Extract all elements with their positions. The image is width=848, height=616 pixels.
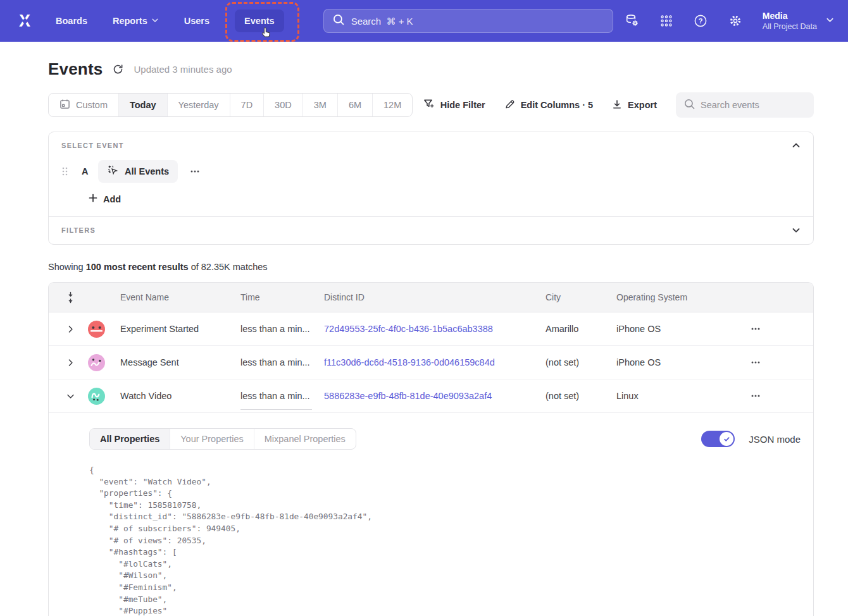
date-range-custom[interactable]: Custom [49,94,118,116]
toggle-check-icon [720,432,733,446]
expand-section-icon[interactable] [792,226,801,235]
row-actions-button[interactable] [735,357,761,367]
event-avatar [88,354,120,371]
last-updated-text: Updated 3 minutes ago [134,64,232,75]
event-avatar [88,388,120,405]
apps-grid-icon[interactable] [659,14,673,28]
collapse-section-icon[interactable] [792,141,801,150]
table-body: Experiment Started less than a min... 72… [49,312,813,413]
global-search[interactable] [323,9,613,33]
chevron-down-icon [826,15,834,27]
table-row[interactable]: Watch Video less than a min... 5886283e-… [49,379,813,413]
table-header-row: Event Name Time Distinct ID City Operati… [49,283,813,312]
search-icon [333,14,344,28]
results-summary: Showing 100 most recent results of 82.35… [48,262,814,272]
project-name: Media [763,10,817,22]
cell-city: (not set) [546,391,616,401]
tab-your-properties[interactable]: Your Properties [170,429,253,449]
cell-event-name: Experiment Started [120,324,240,334]
col-time[interactable]: Time [240,292,324,302]
nav-items: Boards Reports Users Events [56,9,302,32]
nav-item-users[interactable]: Users [184,16,209,26]
row-actions-button[interactable] [735,391,761,401]
expand-row-icon[interactable] [61,325,85,333]
cell-distinct-id[interactable]: f11c30d6-dc6d-4518-9136-0d046159c84d [324,357,546,367]
event-row-letter: A [82,166,90,176]
svg-text:?: ? [698,17,702,25]
nav-item-label: Reports [113,16,147,26]
filters-section[interactable]: FILTERS [49,217,813,244]
mixpanel-logo-icon[interactable]: X [14,10,35,32]
cell-distinct-id[interactable]: 5886283e-e9fb-48fb-81de-40e9093a2af4 [324,391,546,401]
global-search-input[interactable] [351,16,604,27]
sort-icon[interactable] [61,292,85,304]
search-icon [684,99,695,112]
col-city[interactable]: City [546,292,616,302]
cell-distinct-id[interactable]: 72d49553-25fc-4f0c-b436-1b5ac6ab3388 [324,324,546,334]
tab-all-properties[interactable]: All Properties [90,429,170,449]
date-range-yesterday[interactable]: Yesterday [167,94,230,116]
date-range-3m[interactable]: 3M [302,94,337,116]
download-icon [612,99,622,111]
cell-operating-system: Linux [616,391,735,401]
events-table: Event Name Time Distinct ID City Operati… [48,282,814,616]
settings-gear-icon[interactable] [728,13,743,28]
nav-item-label: Users [184,16,209,26]
cell-time: less than a min... [240,357,324,367]
col-operating-system[interactable]: Operating System [616,292,735,302]
date-range-30d[interactable]: 30D [263,94,302,116]
project-switcher[interactable]: Media All Project Data [763,10,834,32]
hide-filter-button[interactable]: Hide Filter [423,99,485,112]
query-builder-card: SELECT EVENT A All Events [48,132,814,245]
json-mode-label: JSON mode [749,434,801,445]
col-distinct-id[interactable]: Distinct ID [324,292,546,302]
edit-columns-button[interactable]: Edit Columns · 5 [504,99,593,111]
collapse-row-icon[interactable] [61,392,85,400]
drag-handle-icon[interactable] [61,166,68,176]
properties-tabs: All Properties Your Properties Mixpanel … [89,428,356,450]
select-event-label: SELECT EVENT [61,142,124,149]
date-range-6m[interactable]: 6M [337,94,372,116]
nav-item-reports[interactable]: Reports [113,16,159,26]
col-event-name[interactable]: Event Name [120,292,240,302]
cell-operating-system: iPhone OS [616,357,735,367]
data-management-icon[interactable] [625,13,640,28]
filters-label: FILTERS [61,226,96,234]
date-range-12m[interactable]: 12M [372,94,412,116]
cursor-pointer-icon [259,26,274,40]
nav-item-boards[interactable]: Boards [56,16,87,26]
cell-event-name: Watch Video [120,391,240,401]
tab-mixpanel-properties[interactable]: Mixpanel Properties [254,429,356,449]
cell-time: less than a min... [240,391,324,401]
cell-operating-system: iPhone OS [616,324,735,334]
event-json-view: { "event": "Watch Video", "properties": … [89,464,801,616]
date-range-today[interactable]: Today [118,94,167,116]
chevron-down-icon [151,16,159,26]
table-row[interactable]: Experiment Started less than a min... 72… [49,312,813,346]
table-row[interactable]: Message Sent less than a min... f11c30d6… [49,346,813,379]
add-event-button[interactable]: Add [89,194,813,204]
events-search[interactable] [676,92,814,118]
cell-event-name: Message Sent [120,357,240,367]
refresh-icon[interactable] [112,63,124,75]
events-search-input[interactable] [701,100,806,110]
nav-right-cluster: ? Media All Project Data [625,10,834,32]
event-options-button[interactable] [190,166,200,176]
pencil-icon [504,99,515,111]
table-tools: Hide Filter Edit Columns · 5 Export [423,92,814,118]
nav-item-events[interactable]: Events [235,9,284,32]
row-actions-button[interactable] [735,324,761,334]
json-mode-toggle[interactable] [701,431,735,447]
funnel-plus-icon [423,99,435,112]
expand-row-icon[interactable] [61,359,85,367]
event-picker-button[interactable]: All Events [98,160,178,183]
plus-icon [89,194,97,204]
export-button[interactable]: Export [612,99,657,111]
nav-item-label: Events [244,16,275,26]
date-range-7d[interactable]: 7D [230,94,264,116]
cell-city: Amarillo [546,324,616,334]
all-events-icon [107,164,119,178]
event-avatar [88,321,120,338]
help-icon[interactable]: ? [693,13,708,28]
project-scope: All Project Data [763,22,817,32]
